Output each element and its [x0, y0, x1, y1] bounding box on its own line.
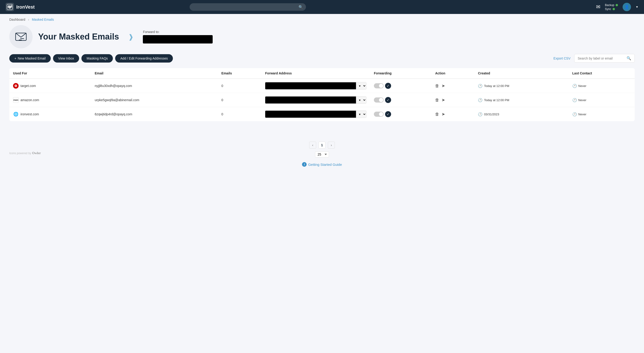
page-title: Your Masked Emails	[38, 32, 119, 42]
forward-email-redacted	[143, 35, 213, 43]
masking-faqs-button[interactable]: Masking FAQs	[82, 54, 113, 62]
email-cell: 6zqwjtidp4rd@opayq.com	[91, 107, 218, 121]
breadcrumb-separator: ›	[28, 18, 29, 21]
action-cell: 🗑 ➤	[431, 79, 474, 93]
user-avatar[interactable]: 👤	[622, 3, 631, 11]
sync-status-row: Sync	[605, 7, 615, 11]
last-contact-cell: 🕐 Never	[568, 107, 635, 121]
forward-address-redacted	[265, 96, 356, 103]
new-masked-email-button[interactable]: + New Masked Email	[9, 54, 51, 62]
email-cell: nyjjl8u30xdh@opayq.com	[91, 79, 218, 93]
getting-started-label: Getting Started Guide	[308, 163, 342, 166]
forwarding-cell[interactable]: ✓	[370, 107, 432, 121]
forwarding-toggle[interactable]	[374, 97, 384, 102]
search-input[interactable]	[190, 3, 306, 11]
last-contact-cell: 🕐 Never	[568, 79, 635, 93]
forwarding-toggle[interactable]	[374, 112, 384, 117]
breadcrumb: Dashboard › Masked Emails	[0, 14, 644, 25]
forward-address-select[interactable]: ▾	[356, 111, 366, 118]
forward-address-redacted	[265, 82, 356, 89]
site-name: amazon.com	[20, 98, 39, 102]
app-header: IronVest 🔍 ✉ Backup Sync 👤 ▼	[0, 0, 644, 14]
forward-address-select[interactable]: ▾	[356, 82, 366, 89]
forward-address-cell[interactable]: ▾	[261, 107, 370, 121]
col-last-contact: Last Contact	[568, 68, 635, 79]
header-right: ✉ Backup Sync 👤 ▼	[596, 3, 638, 11]
col-email: Email	[91, 68, 218, 79]
pagination-controls: ‹ 1 › 25 50 100 i Getting Started Guide	[302, 136, 342, 170]
table-header-row: Used For Email Emails Forward Address Fo…	[9, 68, 635, 79]
created-cell: 🕐 Today at 12:00 PM	[474, 79, 568, 93]
masked-emails-table: Used For Email Emails Forward Address Fo…	[9, 68, 635, 121]
col-forward-address: Forward Address	[261, 68, 370, 79]
created-value: Today at 12:00 PM	[484, 84, 509, 88]
used-for-cell: 🌐 ironvest.com	[9, 107, 91, 121]
used-for-cell: target.com	[9, 79, 91, 93]
next-page-button[interactable]: ›	[328, 142, 335, 149]
logo-icon	[6, 3, 14, 11]
forward-to-section: Forward to:	[143, 30, 213, 43]
forwarding-cell[interactable]: ✓	[370, 93, 432, 107]
created-value: 03/31/2023	[484, 113, 499, 116]
prev-page-button[interactable]: ‹	[309, 142, 316, 149]
pagination-area: Icons powered by Owler ‹ 1 › 25 50 100 i…	[0, 130, 644, 176]
last-contact-cell: 🕐 Never	[568, 93, 635, 107]
site-name: target.com	[20, 84, 36, 88]
owler-brand: Owler	[32, 151, 41, 155]
masked-email-icon-circle	[9, 25, 32, 48]
action-cell: 🗑 ➤	[431, 107, 474, 121]
masked-email-icon	[15, 32, 27, 41]
owler-credit: Icons powered by Owler	[9, 151, 41, 155]
table-search[interactable]: 🔍	[574, 54, 635, 62]
send-button[interactable]: ➤	[442, 83, 445, 88]
emails-count-cell: 0	[218, 93, 262, 107]
forwarding-cell[interactable]: ✓	[370, 79, 432, 93]
clock-icon: 🕐	[478, 98, 482, 102]
created-cell: 🕐 Today at 12:00 PM	[474, 93, 568, 107]
forward-address-cell[interactable]: ▾	[261, 79, 370, 93]
backup-label: Backup	[605, 3, 614, 7]
add-edit-forwarding-label: Add / Edit Forwarding Addresses	[120, 56, 168, 60]
breadcrumb-dashboard[interactable]: Dashboard	[9, 18, 25, 21]
per-page-select[interactable]: 25 50 100	[315, 151, 329, 157]
export-csv-button[interactable]: Export CSV	[554, 56, 570, 60]
masking-faqs-label: Masking FAQs	[86, 56, 108, 60]
backup-status-dot	[616, 4, 618, 6]
global-search[interactable]: 🔍	[190, 3, 306, 11]
svg-point-7	[15, 85, 16, 86]
col-used-for: Used For	[9, 68, 91, 79]
table-row: target.com nyjjl8u30xdh@opayq.com 0 ▾	[9, 79, 635, 93]
view-inbox-label: View Inbox	[58, 56, 74, 60]
clock-icon: 🕐	[478, 84, 482, 88]
globe-icon: 🌐	[13, 111, 18, 117]
view-inbox-button[interactable]: View Inbox	[53, 54, 79, 62]
delete-button[interactable]: 🗑	[435, 112, 439, 117]
emails-count-cell: 0	[218, 107, 262, 121]
sync-status-dot	[612, 8, 615, 10]
forward-address-select[interactable]: ▾	[356, 96, 366, 103]
forwarding-check-icon: ✓	[385, 97, 391, 103]
add-edit-forwarding-button[interactable]: Add / Edit Forwarding Addresses	[115, 54, 173, 62]
forwarding-check-icon: ✓	[385, 111, 391, 117]
info-icon: i	[302, 162, 307, 167]
delete-button[interactable]: 🗑	[435, 98, 439, 102]
send-button[interactable]: ➤	[442, 97, 445, 102]
clock-icon: 🕐	[478, 112, 482, 116]
clock-icon: 🕐	[572, 112, 577, 116]
col-created: Created	[474, 68, 568, 79]
created-value: Today at 12:00 PM	[484, 98, 509, 102]
forwarding-toggle[interactable]	[374, 83, 384, 88]
table-row: 🌐 ironvest.com 6zqwjtidp4rd@opayq.com 0 …	[9, 107, 635, 121]
forward-address-cell[interactable]: ▾	[261, 93, 370, 107]
getting-started-guide-link[interactable]: i Getting Started Guide	[302, 162, 342, 167]
used-for-cell: amazon amazon.com	[9, 93, 91, 107]
delete-button[interactable]: 🗑	[435, 83, 439, 88]
hero-arrow-icon[interactable]: ❱	[128, 33, 134, 41]
plus-icon: +	[14, 56, 16, 60]
avatar-dropdown-arrow[interactable]: ▼	[636, 5, 638, 8]
site-name: ironvest.com	[20, 112, 39, 116]
send-button[interactable]: ➤	[442, 112, 445, 117]
breadcrumb-current: Masked Emails	[32, 18, 54, 21]
search-icon-btn[interactable]: 🔍	[298, 5, 303, 9]
table-search-input[interactable]	[578, 56, 625, 60]
